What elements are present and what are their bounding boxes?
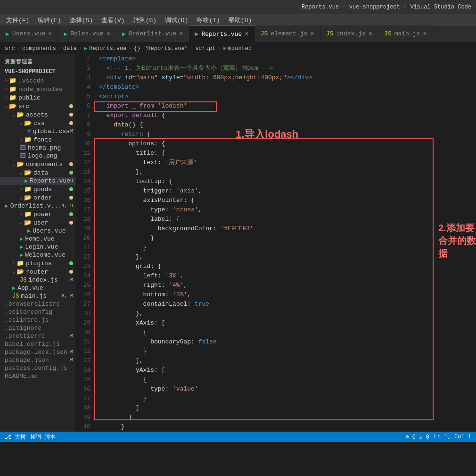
sidebar-item-editorconfig[interactable]: .editorconfig (0, 308, 75, 316)
crumb-src[interactable]: src (5, 45, 15, 52)
chevron-down-icon: ⌄ (20, 120, 23, 126)
sidebar-item-postcss[interactable]: postcss.config.js (0, 364, 75, 372)
crumb-data[interactable]: data (63, 45, 77, 52)
code-line-35: { (99, 375, 476, 384)
tab-users[interactable]: ▶ Users.vue × (0, 25, 58, 42)
sidebar-item-fonts[interactable]: › 📁 fonts (0, 135, 75, 144)
sidebar-project: VUE-SHOPPROJECT (0, 67, 75, 76)
sidebar-item-router-index[interactable]: JS index.js M (0, 276, 75, 284)
menu-file[interactable]: 文件(F) (2, 15, 33, 25)
menu-debug[interactable]: 调试(D) (161, 15, 192, 25)
crumb-components[interactable]: components (22, 45, 56, 52)
image-icon: 🖼 (20, 152, 26, 159)
close-icon[interactable]: × (423, 30, 427, 38)
tab-orderlist[interactable]: ▶ Orderlist.vue × (116, 25, 189, 42)
close-icon[interactable]: × (369, 30, 372, 38)
sidebar-item-public[interactable]: › 📁 public (0, 93, 75, 102)
sidebar-item-vscode[interactable]: › 📁 .vscode (0, 76, 75, 85)
sidebar-item-reports-vue[interactable]: ▶ Reports.vue U (0, 177, 75, 185)
js-icon: JS (20, 277, 26, 284)
sidebar-item-plugins[interactable]: › 📁 plugins (0, 259, 75, 267)
sidebar-item-css[interactable]: ⌄ 📂 css (0, 119, 75, 127)
tab-label: Users.vue (12, 30, 45, 37)
modified-dot (69, 212, 73, 216)
sidebar-item-babel[interactable]: babel.config.js (0, 340, 75, 348)
crumb-script[interactable]: script (195, 45, 215, 52)
code-line-24: left: '3%', (99, 271, 476, 281)
crumb-script-block[interactable]: {} "Reports.vue" (134, 45, 188, 52)
sidebar-item-src[interactable]: ⌄ 📂 src (0, 102, 75, 110)
code-line-33: ], (99, 356, 476, 366)
menu-terminal[interactable]: 终端(T) (193, 15, 223, 25)
menu-help[interactable]: 帮助(H) (225, 15, 255, 25)
tab-label: Orderlist.vue (129, 30, 176, 37)
modified-dot (69, 162, 73, 166)
code-line-23: grid: { (99, 262, 476, 271)
code-line-10: options: { (99, 139, 476, 149)
vue-icon: ▶ (20, 251, 23, 259)
tab-roles[interactable]: ▶ Roles.vue × (58, 25, 116, 42)
menu-select[interactable]: 选择(S) (66, 15, 97, 25)
sidebar-item-gitignore[interactable]: .gitignore (0, 324, 75, 332)
badge-m: M (70, 334, 73, 339)
sidebar-item-browserslistrc[interactable]: .browserslistrc (0, 300, 75, 308)
git-branch[interactable]: ⎇ 大树 (5, 433, 26, 441)
sidebar-item-login-vue[interactable]: ▶ Login.vue (0, 243, 75, 251)
vue-icon: ▶ (122, 30, 126, 38)
sidebar-item-eslintrc[interactable]: .eslintrc.js (0, 316, 75, 324)
folder-icon: 📂 (9, 102, 16, 110)
sidebar-item-home-vue[interactable]: ▶ Home.vue (0, 235, 75, 243)
sidebar-item-assets[interactable]: ⌄ 📂 assets (0, 110, 75, 119)
folder-icon: 📁 (9, 77, 16, 84)
sidebar-item-readme[interactable]: README.md (0, 372, 75, 380)
sidebar-item-components[interactable]: ⌄ 📂 components (0, 160, 75, 168)
npm-scripts[interactable]: NPM 脚本 (31, 433, 56, 441)
sidebar-item-data[interactable]: ⌄ 📂 data (0, 168, 75, 177)
close-icon[interactable]: × (179, 30, 183, 38)
code-line-19: backgroundColor: '#E9EEF3' (99, 224, 476, 234)
content-area: 资源管理器 VUE-SHOPPROJECT › 📁 .vscode › 📁 no… (0, 54, 476, 432)
folder-icon: 📁 (9, 94, 16, 101)
sidebar-item-order[interactable]: ⌄ 📂 order (0, 193, 75, 202)
code-line-30: { (99, 328, 476, 337)
tab-main[interactable]: JS main.js × (378, 25, 433, 42)
close-icon[interactable]: × (310, 30, 314, 38)
crumb-reports[interactable]: Reports.vue (89, 45, 126, 52)
tab-label: element.js (271, 30, 307, 37)
close-icon[interactable]: × (245, 30, 248, 38)
sidebar-item-package[interactable]: package.json M (0, 356, 75, 364)
sidebar-item-logo-png[interactable]: 🖼 logo.png (0, 152, 75, 160)
sidebar-item-power[interactable]: › 📁 power (0, 210, 75, 218)
sidebar-item-node-modules[interactable]: › 📁 node_modules (0, 85, 75, 93)
sidebar-item-package-lock[interactable]: package-lock.json M (0, 348, 75, 356)
menu-edit[interactable]: 编辑(E) (34, 15, 65, 25)
menu-view[interactable]: 查看(V) (98, 15, 128, 25)
close-icon[interactable]: × (107, 30, 110, 38)
folder-icon: 📁 (24, 185, 32, 193)
modified-dot (69, 270, 73, 274)
sidebar-item-welcome-vue[interactable]: ▶ Welcome.vue (0, 251, 75, 259)
sidebar-item-orderlist-vue[interactable]: ▶ Orderlist.v... 1, U (0, 202, 75, 210)
folder-icon: 📁 (16, 259, 24, 267)
close-icon[interactable]: × (48, 30, 52, 38)
editor[interactable]: 1 2 3 4 5 6 7 8 9 10 11 12 13 14 15 16 1… (75, 54, 476, 432)
sidebar-title: 资源管理器 (0, 54, 75, 67)
chevron-down-icon: ⌄ (12, 112, 15, 117)
sidebar-item-goods[interactable]: › 📁 goods (0, 185, 75, 193)
crumb-mounted[interactable]: mounted (228, 45, 252, 52)
sidebar-item-users-vue[interactable]: ▶ Users.vue (0, 227, 75, 235)
sidebar-item-heima-png[interactable]: 🖼 heima.png (0, 144, 75, 152)
modified-dot (69, 121, 73, 125)
crumb-file-icon: ▶ (84, 45, 87, 52)
menu-goto[interactable]: 转到(G) (130, 15, 160, 25)
tab-element[interactable]: JS element.js × (255, 25, 320, 42)
tab-index[interactable]: JS index.js × (320, 25, 378, 42)
sidebar-item-global-css[interactable]: # global.css M (0, 127, 75, 135)
tab-reports[interactable]: ▶ Reports.vue × (189, 25, 255, 42)
sidebar-item-main-js[interactable]: JS main.js 8, M (0, 292, 75, 300)
modified-dot (69, 187, 73, 191)
sidebar-item-router[interactable]: ⌄ 📂 router (0, 267, 75, 276)
sidebar-item-user[interactable]: ⌄ 📂 user (0, 218, 75, 227)
sidebar-item-app-vue[interactable]: ▶ App.vue (0, 284, 75, 292)
sidebar-item-prettierrc[interactable]: .prettierrc M (0, 332, 75, 340)
